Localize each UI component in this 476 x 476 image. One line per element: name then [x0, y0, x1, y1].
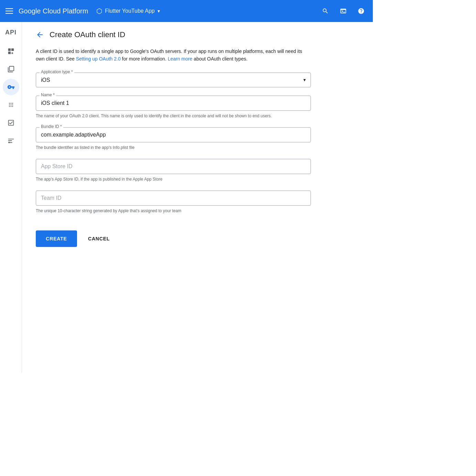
sidebar-item-library[interactable] — [3, 61, 19, 77]
name-field-group: Name * The name of your OAuth 2.0 client… — [36, 96, 311, 119]
sidebar-item-dashboard[interactable] — [3, 43, 19, 60]
sidebar-item-tasks[interactable] — [3, 115, 19, 131]
bundle-id-field-group: Bundle ID * The bundle identifier as lis… — [36, 127, 311, 151]
bundle-id-input[interactable] — [36, 128, 311, 142]
description-text-2: for more information. — [121, 56, 168, 62]
project-icon: ⬡ — [96, 7, 102, 15]
app-store-id-input[interactable] — [36, 159, 311, 174]
bundle-id-hint: The bundle identifier as listed in the a… — [36, 144, 311, 151]
app-store-id-field-group: The app's App Store ID, if the app is pu… — [36, 159, 311, 182]
back-button[interactable] — [36, 31, 44, 39]
svg-point-7 — [10, 106, 11, 107]
app-store-id-hint: The app's App Store ID, if the app is pu… — [36, 176, 311, 182]
action-bar: CREATE CANCEL — [36, 225, 311, 247]
name-input[interactable] — [36, 96, 311, 110]
svg-point-5 — [12, 105, 13, 106]
name-field: Name * — [36, 96, 311, 111]
menu-button[interactable] — [6, 8, 13, 14]
svg-point-3 — [9, 105, 10, 106]
team-id-hint: The unique 10-character string generated… — [36, 208, 311, 214]
page-header: Create OAuth client ID — [36, 30, 359, 39]
svg-point-1 — [10, 103, 11, 104]
api-logo: API — [5, 26, 17, 39]
svg-point-0 — [9, 103, 10, 104]
top-nav: Google Cloud Platform ⬡ Flutter YouTube … — [0, 0, 373, 22]
name-hint: The name of your OAuth 2.0 client. This … — [36, 113, 311, 119]
svg-point-4 — [10, 105, 11, 106]
team-id-field — [36, 191, 311, 206]
app-type-field-group: Application type * iOS Web application A… — [36, 73, 311, 87]
help-button[interactable] — [355, 5, 367, 17]
bundle-id-field: Bundle ID * — [36, 127, 311, 142]
team-id-input[interactable] — [36, 191, 311, 205]
oauth-setup-link[interactable]: Setting up OAuth 2.0 — [76, 56, 121, 62]
sidebar-item-oauth[interactable] — [3, 97, 19, 113]
team-id-field-group: The unique 10-character string generated… — [36, 191, 311, 214]
sidebar-item-settings[interactable] — [3, 132, 19, 149]
app-type-field: Application type * iOS Web application A… — [36, 73, 311, 87]
project-name: Flutter YouTube App — [105, 8, 154, 14]
svg-point-8 — [12, 106, 13, 107]
bundle-id-label: Bundle ID * — [40, 124, 63, 129]
app-store-id-field — [36, 159, 311, 174]
brand-name: Google Cloud Platform — [19, 7, 88, 15]
chevron-down-icon: ▾ — [158, 8, 160, 14]
learn-more-link[interactable]: Learn more — [168, 56, 193, 62]
main-content: Create OAuth client ID A client ID is us… — [22, 22, 373, 373]
svg-point-2 — [12, 103, 13, 104]
project-selector[interactable]: ⬡ Flutter YouTube App ▾ — [96, 7, 160, 15]
page-title: Create OAuth client ID — [50, 30, 125, 39]
svg-point-6 — [9, 106, 10, 107]
app-type-select[interactable]: iOS Web application Android Desktop app — [36, 73, 311, 87]
description-text-3: about OAuth client types. — [192, 56, 247, 62]
create-button[interactable]: CREATE — [36, 230, 77, 247]
form-section: Application type * iOS Web application A… — [36, 73, 311, 247]
description: A client ID is used to identify a single… — [36, 47, 311, 63]
name-label: Name * — [40, 93, 56, 97]
terminal-button[interactable] — [337, 5, 349, 17]
cancel-button[interactable]: CANCEL — [83, 230, 115, 247]
search-button[interactable] — [319, 5, 332, 17]
sidebar-item-credentials[interactable] — [3, 79, 19, 95]
sidebar: API — [0, 22, 22, 373]
